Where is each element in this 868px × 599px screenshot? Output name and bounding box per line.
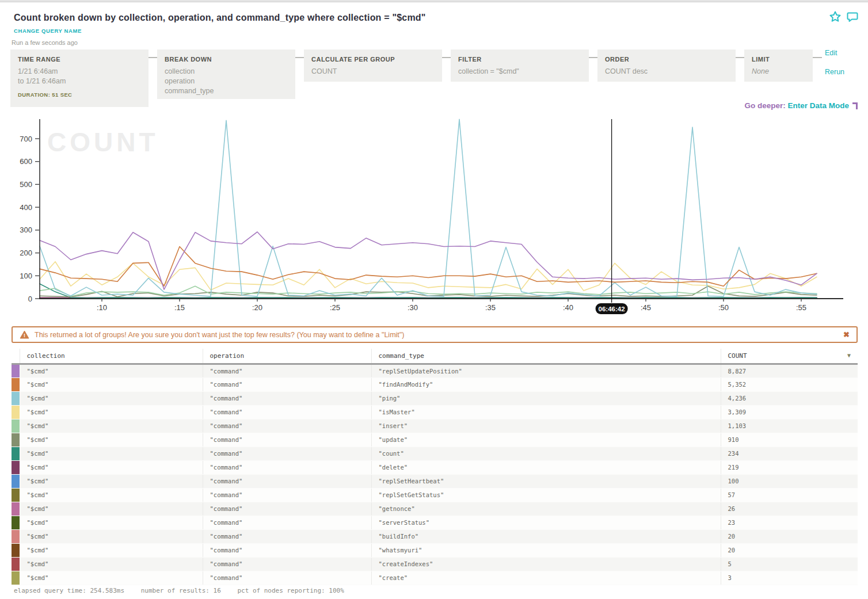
cell-operation: "command" xyxy=(203,543,371,557)
calculate-value: COUNT xyxy=(311,67,435,77)
collection-column-header[interactable]: collection xyxy=(20,349,203,364)
y-axis-tick-label: 200 xyxy=(20,249,32,257)
cell-collection: "$cmd" xyxy=(20,364,203,377)
table-row[interactable]: "$cmd""command""create"3 xyxy=(12,571,858,585)
time-range-box[interactable]: TIME RANGE 1/21 6:46am to 1/21 6:46am DU… xyxy=(10,49,149,107)
time-range-label: TIME RANGE xyxy=(18,56,141,63)
cell-command-type: "createIndexes" xyxy=(371,557,721,571)
rerun-button[interactable]: Rerun xyxy=(825,68,844,76)
limit-value: None xyxy=(752,67,805,77)
table-row[interactable]: "$cmd""command""replSetGetStatus"57 xyxy=(12,488,858,502)
filter-box[interactable]: FILTER collection = "$cmd" xyxy=(451,49,589,82)
series-color-swatch xyxy=(12,502,20,516)
cell-command-type: "create" xyxy=(371,571,721,585)
builder-connector xyxy=(813,57,822,58)
builder-connector xyxy=(295,57,304,58)
series-color-swatch xyxy=(12,460,20,474)
sort-desc-icon[interactable]: ▼ xyxy=(847,352,851,358)
cell-operation: "command" xyxy=(203,364,371,377)
y-axis-tick-label: 600 xyxy=(20,157,32,166)
x-axis-tick-label: :40 xyxy=(563,303,573,312)
pct-nodes-reporting: pct of nodes reporting: 100% xyxy=(237,587,344,594)
builder-connector xyxy=(736,57,744,58)
series-color-swatch xyxy=(12,557,20,571)
cell-operation: "command" xyxy=(203,488,371,502)
cell-count: 5,352 xyxy=(721,377,858,391)
edit-button[interactable]: Edit xyxy=(825,49,837,57)
table-row[interactable]: "$cmd""command""createIndexes"5 xyxy=(12,557,858,571)
y-axis-tick-label: 400 xyxy=(20,203,32,212)
table-row[interactable]: "$cmd""command""buildInfo"20 xyxy=(12,529,858,543)
cell-command-type: "replSetHeartbeat" xyxy=(371,474,721,488)
limit-box[interactable]: LIMIT None xyxy=(744,49,813,82)
break-down-item: command_type xyxy=(165,86,288,96)
cell-collection: "$cmd" xyxy=(20,433,203,447)
table-row[interactable]: "$cmd""command""replSetUpdatePosition"8,… xyxy=(12,364,858,377)
cell-count: 100 xyxy=(721,474,858,488)
cell-operation: "command" xyxy=(203,460,371,474)
y-axis-tick-label: 100 xyxy=(20,272,32,280)
table-row[interactable]: "$cmd""command""findAndModify"5,352 xyxy=(12,377,858,391)
cell-count: 3 xyxy=(721,571,858,585)
table-row[interactable]: "$cmd""command""replSetHeartbeat"100 xyxy=(12,474,858,488)
series-color-swatch xyxy=(12,543,20,557)
cell-collection: "$cmd" xyxy=(20,543,203,557)
cell-count: 20 xyxy=(721,543,858,557)
series-color-swatch xyxy=(12,488,20,502)
order-box[interactable]: ORDER COUNT desc xyxy=(597,49,736,82)
cell-count: 3,309 xyxy=(721,405,858,419)
cell-count: 910 xyxy=(721,433,858,447)
cell-command-type: "buildInfo" xyxy=(371,529,721,543)
series-color-swatch xyxy=(12,391,20,405)
table-header-row: collection operation command_type COUNT▼ xyxy=(12,349,858,364)
x-axis-tick-label: :35 xyxy=(485,303,496,312)
count-column-header[interactable]: COUNT▼ xyxy=(721,349,858,364)
elapsed-query-time: elapsed query time: 254.583ms xyxy=(14,587,124,594)
warning-triangle-icon: ! xyxy=(20,330,29,339)
order-label: ORDER xyxy=(605,56,728,63)
x-axis-tick-label: :55 xyxy=(796,303,806,312)
calculate-per-group-box[interactable]: CALCULATE PER GROUP COUNT xyxy=(304,49,442,82)
cell-collection: "$cmd" xyxy=(20,502,203,516)
cell-command-type: "replSetGetStatus" xyxy=(371,488,721,502)
enter-data-mode-link[interactable]: Enter Data Mode xyxy=(787,101,849,110)
filter-label: FILTER xyxy=(458,56,581,63)
table-row[interactable]: "$cmd""command""isMaster"3,309 xyxy=(12,405,858,419)
cell-operation: "command" xyxy=(203,433,371,447)
table-row[interactable]: "$cmd""command""count"234 xyxy=(12,447,858,460)
time-range-end: to 1/21 6:46am xyxy=(18,77,141,86)
series-color-swatch xyxy=(12,405,20,419)
cell-count: 219 xyxy=(721,460,858,474)
table-row[interactable]: "$cmd""command""update"910 xyxy=(12,433,858,447)
command-type-column-header[interactable]: command_type xyxy=(371,349,721,364)
cell-count: 26 xyxy=(721,502,858,516)
cell-count: 57 xyxy=(721,488,858,502)
timeseries-chart[interactable]: COUNT0100200300400500600700:10:15:20:25:… xyxy=(0,118,863,321)
cell-count: 20 xyxy=(721,529,858,543)
cell-collection: "$cmd" xyxy=(20,447,203,460)
operation-column-header[interactable]: operation xyxy=(203,349,371,364)
table-row[interactable]: "$cmd""command""whatsmyuri"20 xyxy=(12,543,858,557)
y-axis-tick-label: 0 xyxy=(28,295,32,303)
table-row[interactable]: "$cmd""command""ping"4,236 xyxy=(12,391,858,405)
y-axis-tick-label: 700 xyxy=(20,135,32,143)
cell-count: 1,103 xyxy=(721,419,858,433)
cell-collection: "$cmd" xyxy=(20,460,203,474)
series-color-swatch xyxy=(12,516,20,529)
builder-connector xyxy=(149,57,157,58)
warning-close-icon[interactable]: ✖ xyxy=(843,330,850,339)
cell-command-type: "update" xyxy=(371,433,721,447)
cell-count: 23 xyxy=(721,516,858,529)
break-down-box[interactable]: BREAK DOWN collection operation command_… xyxy=(157,49,295,99)
cell-collection: "$cmd" xyxy=(20,474,203,488)
comment-bubble-icon[interactable] xyxy=(846,10,859,23)
table-row[interactable]: "$cmd""command""insert"1,103 xyxy=(12,419,858,433)
change-query-name-link[interactable]: CHANGE QUERY NAME xyxy=(14,28,82,34)
top-progress-bar xyxy=(0,0,868,2)
table-row[interactable]: "$cmd""command""serverStatus"23 xyxy=(12,516,858,529)
table-row[interactable]: "$cmd""command""getnonce"26 xyxy=(12,502,858,516)
cell-collection: "$cmd" xyxy=(20,571,203,585)
table-row[interactable]: "$cmd""command""delete"219 xyxy=(12,460,858,474)
favorite-star-icon[interactable] xyxy=(829,10,842,23)
run-status-text: Run a few seconds ago xyxy=(12,39,78,46)
